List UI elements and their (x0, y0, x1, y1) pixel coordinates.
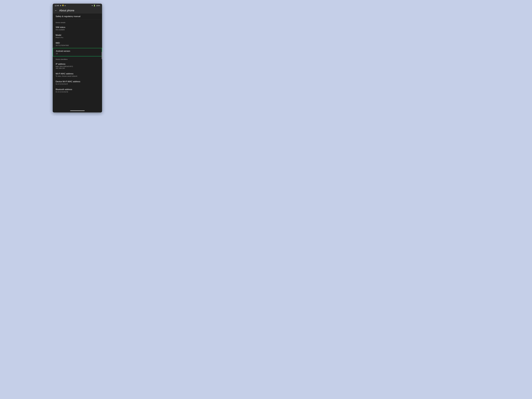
sim-status-value: Not available (56, 29, 99, 31)
imei-value: 357721782947683 (56, 44, 99, 46)
app-bar: ← About phone (53, 7, 102, 13)
ip-address-value: fe80::304c:93ff:fe53:f572192.168.0.80 (56, 65, 99, 69)
status-right: ▾ 🔋 100% (92, 5, 100, 6)
android-version-value: 13 (56, 53, 99, 54)
device-wifi-mac-item[interactable]: Device Wi-Fi MAC address 0c:c4:13:2e:0e:… (53, 79, 102, 87)
scrollbar-thumb (101, 52, 102, 59)
android-version-item[interactable]: Android version 13 (53, 48, 102, 56)
device-details-header: Device details (53, 20, 102, 25)
model-title: Model (56, 34, 99, 36)
android-version-title: Android version (56, 50, 99, 52)
back-button[interactable]: ← (55, 9, 57, 12)
sim-status-title: SIM status (56, 26, 99, 29)
bluetooth-address-title: Bluetooth address (56, 88, 99, 91)
content-scroll[interactable]: Safety & regulatory manual Device detail… (53, 13, 102, 109)
bluetooth-address-item[interactable]: Bluetooth address 0c:c4:13:2e:0e:0e (53, 87, 102, 95)
ip-address-title: IP address (56, 63, 99, 65)
wifi-mac-title: Wi-Fi MAC address (56, 73, 99, 75)
ip-address-item[interactable]: IP address fe80::304c:93ff:fe53:f572192.… (53, 61, 102, 71)
home-bar[interactable] (70, 110, 85, 111)
battery-level: 100% (96, 5, 100, 6)
model-item[interactable]: Model Pixel 6 Pro (53, 32, 102, 40)
page-title: About phone (59, 9, 74, 12)
status-icons: ⚙ 💡 ⊖ (60, 5, 66, 6)
status-time: 12:48 (55, 5, 59, 6)
device-wifi-mac-title: Device Wi-Fi MAC address (56, 80, 99, 83)
safety-manual-item[interactable]: Safety & regulatory manual (53, 13, 102, 19)
imei-item[interactable]: IMEI 357721782947683 (53, 40, 102, 48)
device-identifiers-header: Device identifiers (53, 57, 102, 61)
scrollbar-track (101, 13, 102, 109)
wifi-icon: ▾ (92, 5, 93, 6)
settings-icon: ⚙ (60, 5, 61, 6)
battery-icon: 🔋 (93, 5, 95, 6)
model-value: Pixel 6 Pro (56, 37, 99, 38)
imei-title: IMEI (56, 42, 99, 44)
phone-frame: 12:48 ⚙ 💡 ⊖ ▾ 🔋 100% ← About phone Safet… (53, 4, 102, 113)
lightbulb-icon: 💡 (62, 5, 64, 6)
status-left: 12:48 ⚙ 💡 ⊖ (55, 5, 66, 6)
home-bar-container (53, 109, 102, 113)
wifi-mac-value: To view, choose saved network (56, 75, 99, 77)
device-wifi-mac-value: 0c:c4:13:2e:0e:0f (56, 83, 99, 85)
wifi-mac-item[interactable]: Wi-Fi MAC address To view, choose saved … (53, 71, 102, 79)
alert-icon: ⊖ (64, 5, 66, 6)
sim-status-item[interactable]: SIM status Not available (53, 25, 102, 32)
safety-manual-title: Safety & regulatory manual (56, 15, 99, 18)
bluetooth-address-value: 0c:c4:13:2e:0e:0e (56, 91, 99, 93)
status-bar: 12:48 ⚙ 💡 ⊖ ▾ 🔋 100% (53, 4, 102, 7)
